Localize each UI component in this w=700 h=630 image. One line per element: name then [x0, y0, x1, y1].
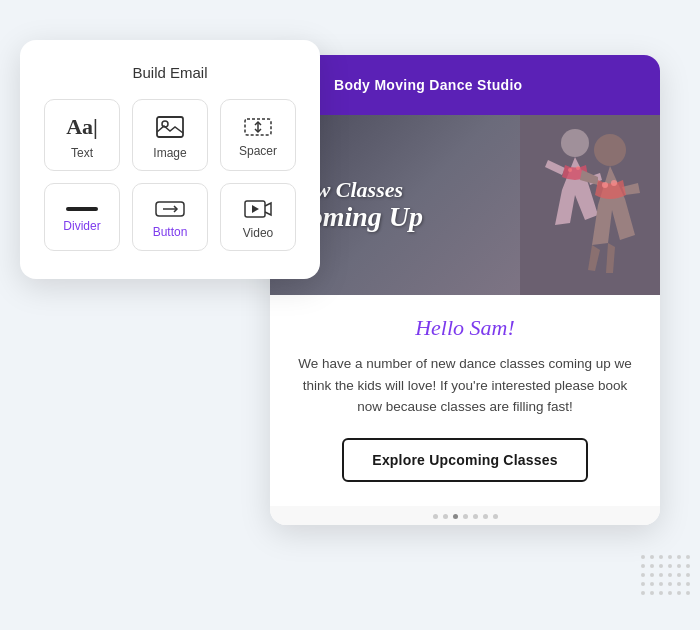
nav-dot-7[interactable] — [493, 514, 498, 519]
spacer-icon — [244, 118, 272, 136]
email-cta-button[interactable]: Explore Upcoming Classes — [342, 438, 587, 482]
email-preview-card: Body Moving Dance Studio New Classes Com… — [270, 55, 660, 525]
build-item-text[interactable]: Aa| Text — [44, 99, 120, 171]
hero-line1: New Classes — [290, 178, 500, 202]
divider-icon — [66, 207, 98, 211]
hero-line2: Coming Up — [290, 202, 500, 233]
nav-dot-3[interactable] — [453, 514, 458, 519]
email-body: Hello Sam! We have a number of new dance… — [270, 295, 660, 506]
video-icon — [244, 200, 272, 218]
email-header: Body Moving Dance Studio — [270, 55, 660, 115]
build-item-spacer[interactable]: Spacer — [220, 99, 296, 171]
svg-rect-0 — [157, 117, 183, 137]
svg-point-10 — [561, 129, 589, 157]
image-label: Image — [153, 146, 186, 160]
divider-label: Divider — [63, 219, 100, 233]
svg-point-12 — [576, 166, 580, 170]
nav-dots — [270, 506, 660, 525]
dancers-svg — [520, 115, 660, 295]
nav-dot-5[interactable] — [473, 514, 478, 519]
build-item-image[interactable]: Image — [132, 99, 208, 171]
email-body-text: We have a number of new dance classes co… — [298, 353, 632, 418]
studio-name: Body Moving Dance Studio — [334, 77, 522, 93]
dots-decoration — [641, 555, 690, 600]
build-item-button[interactable]: Button — [132, 183, 208, 251]
svg-point-13 — [594, 134, 626, 166]
email-hero: New Classes Coming Up — [270, 115, 660, 295]
nav-dot-1[interactable] — [433, 514, 438, 519]
image-icon — [156, 116, 184, 138]
button-icon — [155, 201, 185, 217]
button-label: Button — [153, 225, 188, 239]
nav-dot-2[interactable] — [443, 514, 448, 519]
hero-dancers-image — [520, 115, 660, 295]
build-email-grid: Aa| Text Image Spac — [44, 99, 296, 251]
text-label: Text — [71, 146, 93, 160]
video-label: Video — [243, 226, 273, 240]
nav-dot-6[interactable] — [483, 514, 488, 519]
spacer-label: Spacer — [239, 144, 277, 158]
build-email-card: Build Email Aa| Text Image — [20, 40, 320, 279]
build-item-video[interactable]: Video — [220, 183, 296, 251]
svg-point-15 — [611, 180, 617, 186]
svg-point-11 — [568, 168, 572, 172]
svg-point-14 — [602, 182, 608, 188]
text-icon: Aa| — [66, 116, 98, 138]
build-email-title: Build Email — [44, 64, 296, 81]
main-scene: Build Email Aa| Text Image — [0, 0, 700, 630]
nav-dot-4[interactable] — [463, 514, 468, 519]
build-item-divider[interactable]: Divider — [44, 183, 120, 251]
email-greeting: Hello Sam! — [298, 315, 632, 341]
svg-marker-7 — [252, 205, 259, 213]
